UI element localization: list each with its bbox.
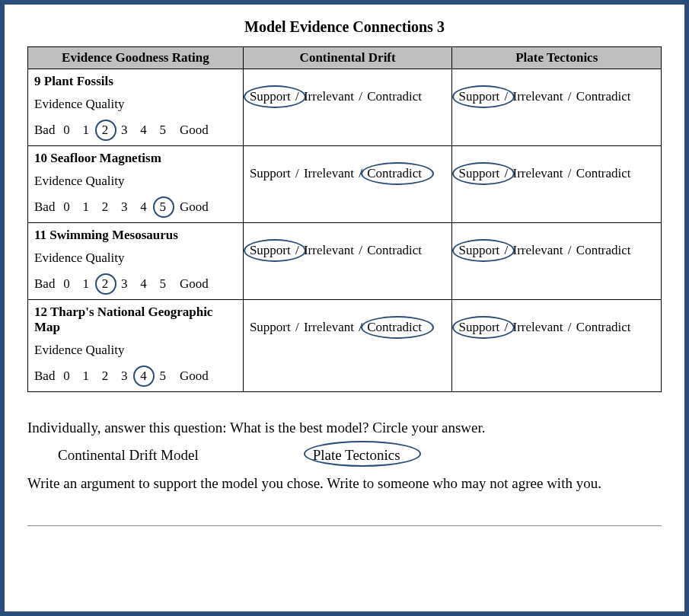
- rating-number[interactable]: 3: [117, 369, 131, 384]
- circle-annotation: [361, 162, 434, 185]
- plate-tectonics-support-option[interactable]: Support: [458, 89, 499, 104]
- rating-bad-label: Bad: [34, 369, 55, 383]
- rating-number[interactable]: 5: [156, 369, 170, 384]
- choices-line: Continental Drift Model Plate Tectonics: [58, 444, 662, 467]
- evidence-title: 9 Plant Fossils: [34, 74, 237, 89]
- continental-drift-irrelevant-option[interactable]: Irrelevant: [304, 166, 354, 181]
- page-title: Model Evidence Connections 3: [27, 18, 662, 36]
- continental-drift-contradict-option[interactable]: Contradict: [367, 89, 422, 104]
- argument-prompt: Write an argument to support the model y…: [27, 472, 662, 495]
- plate-tectonics-support-option[interactable]: Support: [458, 166, 499, 181]
- rating-number[interactable]: 4: [136, 369, 150, 384]
- continental-drift-cell: Support / Irrelevant / Contradict: [243, 69, 452, 146]
- question-prompt: Individually, answer this question: What…: [27, 417, 662, 439]
- plate-tectonics-cell: Support / Irrelevant / Contradict: [452, 300, 662, 392]
- evidence-quality-label: Evidence Quality: [34, 174, 237, 189]
- worksheet-frame: Model Evidence Connections 3 Evidence Go…: [0, 0, 689, 616]
- rating-number[interactable]: 2: [98, 123, 112, 138]
- plate-tectonics-contradict-option[interactable]: Contradict: [576, 320, 631, 335]
- plate-tectonics-support-option[interactable]: Support: [458, 320, 499, 335]
- rating-number[interactable]: 4: [136, 123, 150, 138]
- plate-tectonics-irrelevant-option[interactable]: Irrelevant: [513, 89, 563, 104]
- rating-number[interactable]: 5: [156, 276, 170, 292]
- evidence-cell: 11 Swimming MesosaurusEvidence QualityBa…: [28, 223, 244, 300]
- continental-drift-support-option[interactable]: Support: [250, 166, 291, 181]
- rating-number[interactable]: 1: [79, 369, 93, 384]
- rating-number[interactable]: 2: [98, 369, 112, 384]
- evidence-title: 11 Swimming Mesosaurus: [34, 228, 237, 243]
- rating-number[interactable]: 2: [98, 199, 112, 215]
- plate-tectonics-cell: Support / Irrelevant / Contradict: [452, 146, 662, 223]
- continental-drift-irrelevant-option[interactable]: Irrelevant: [304, 243, 354, 258]
- plate-tectonics-contradict-option[interactable]: Contradict: [576, 243, 631, 258]
- rating-number[interactable]: 3: [117, 123, 131, 138]
- rating-bad-label: Bad: [34, 276, 55, 291]
- circle-annotation: [95, 120, 116, 141]
- rating-number[interactable]: 2: [98, 276, 112, 292]
- rating-number[interactable]: 0: [59, 276, 73, 292]
- rating-line: Bad0 1 2 3 4 5 Good: [34, 199, 237, 215]
- plate-tectonics-contradict-option[interactable]: Contradict: [576, 89, 631, 104]
- circle-annotation: [153, 196, 174, 218]
- rating-number[interactable]: 1: [79, 276, 93, 292]
- evidence-title: 12 Tharp's National Geographic Map: [34, 305, 237, 335]
- circle-annotation: [361, 316, 434, 339]
- continental-drift-contradict-option[interactable]: Contradict: [367, 243, 422, 258]
- rating-number[interactable]: 5: [156, 123, 170, 138]
- table-row: 9 Plant FossilsEvidence QualityBad0 1 2 …: [28, 69, 662, 146]
- rating-number[interactable]: 5: [156, 199, 170, 215]
- plate-tectonics-contradict-option[interactable]: Contradict: [576, 166, 631, 181]
- rating-number[interactable]: 4: [136, 199, 150, 215]
- rating-number[interactable]: 0: [59, 369, 73, 384]
- plate-tectonics-irrelevant-option[interactable]: Irrelevant: [513, 320, 563, 335]
- plate-tectonics-cell: Support / Irrelevant / Contradict: [452, 223, 662, 300]
- rating-line: Bad0 1 2 3 4 5 Good: [34, 276, 237, 292]
- bottom-question-block: Individually, answer this question: What…: [27, 417, 662, 526]
- rating-number[interactable]: 0: [59, 199, 73, 215]
- header-plate-tectonics: Plate Tectonics: [452, 47, 662, 69]
- choice-continental-drift[interactable]: Continental Drift Model: [58, 444, 199, 467]
- circle-annotation: [95, 273, 116, 295]
- evidence-quality-label: Evidence Quality: [34, 251, 237, 266]
- rating-good-label: Good: [180, 276, 209, 291]
- evidence-cell: 9 Plant FossilsEvidence QualityBad0 1 2 …: [28, 69, 244, 146]
- evidence-cell: 12 Tharp's National Geographic MapEviden…: [28, 300, 244, 392]
- continental-drift-support-option[interactable]: Support: [250, 320, 291, 335]
- plate-tectonics-irrelevant-option[interactable]: Irrelevant: [513, 243, 563, 258]
- continental-drift-contradict-option[interactable]: Contradict: [367, 320, 422, 335]
- plate-tectonics-support-option[interactable]: Support: [458, 243, 499, 258]
- continental-drift-contradict-option[interactable]: Contradict: [367, 166, 422, 181]
- header-evidence-goodness: Evidence Goodness Rating: [28, 47, 244, 69]
- rating-good-label: Good: [180, 123, 209, 137]
- rating-number[interactable]: 3: [117, 276, 131, 292]
- continental-drift-irrelevant-option[interactable]: Irrelevant: [304, 89, 354, 104]
- continental-drift-cell: Support / Irrelevant / Contradict: [243, 223, 452, 300]
- rating-line: Bad0 1 2 3 4 5 Good: [34, 369, 237, 384]
- rating-good-label: Good: [180, 199, 209, 214]
- continental-drift-irrelevant-option[interactable]: Irrelevant: [304, 320, 354, 335]
- plate-tectonics-irrelevant-option[interactable]: Irrelevant: [513, 166, 563, 181]
- rating-bad-label: Bad: [34, 199, 55, 214]
- evidence-title: 10 Seafloor Magnetism: [34, 151, 237, 166]
- table-row: 10 Seafloor MagnetismEvidence QualityBad…: [28, 146, 662, 223]
- rating-number[interactable]: 1: [79, 199, 93, 215]
- rating-good-label: Good: [180, 369, 209, 383]
- table-row: 11 Swimming MesosaurusEvidence QualityBa…: [28, 223, 662, 300]
- rating-number[interactable]: 3: [117, 199, 131, 215]
- rating-bad-label: Bad: [34, 123, 55, 137]
- header-continental-drift: Continental Drift: [243, 47, 452, 69]
- table-row: 12 Tharp's National Geographic MapEviden…: [28, 300, 662, 392]
- continental-drift-support-option[interactable]: Support: [250, 89, 291, 104]
- evidence-quality-label: Evidence Quality: [34, 343, 237, 358]
- rating-number[interactable]: 4: [136, 276, 150, 292]
- writing-line: [27, 525, 662, 526]
- choice-plate-tectonics[interactable]: Plate Tectonics: [313, 444, 400, 467]
- rating-number[interactable]: 0: [59, 123, 73, 138]
- continental-drift-cell: Support / Irrelevant / Contradict: [243, 300, 452, 392]
- evidence-cell: 10 Seafloor MagnetismEvidence QualityBad…: [28, 146, 244, 223]
- continental-drift-cell: Support / Irrelevant / Contradict: [243, 146, 452, 223]
- rating-number[interactable]: 1: [79, 123, 93, 138]
- evidence-table: Evidence Goodness Rating Continental Dri…: [27, 46, 662, 392]
- continental-drift-support-option[interactable]: Support: [250, 243, 291, 258]
- circle-annotation: [133, 365, 155, 387]
